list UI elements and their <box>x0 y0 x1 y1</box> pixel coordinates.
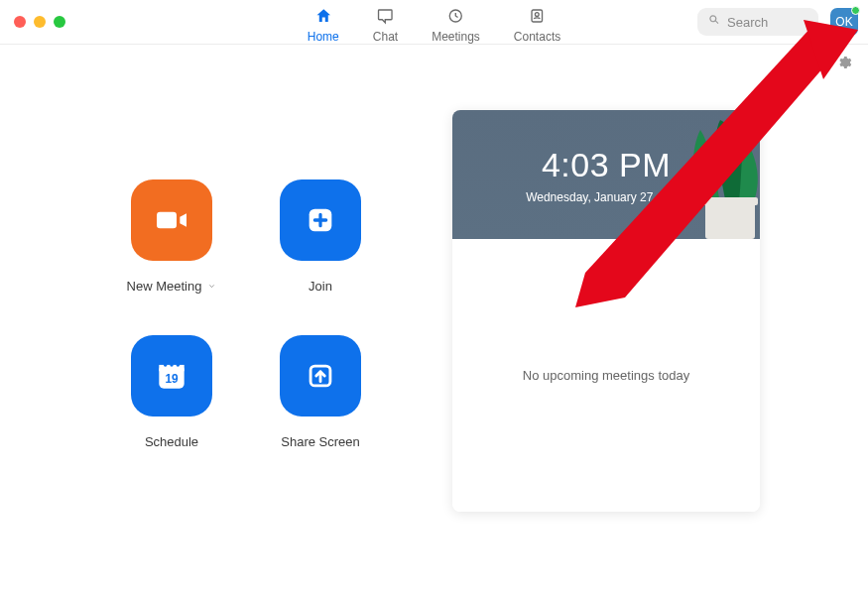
window-controls <box>14 16 65 28</box>
panel-hero: 4:03 PM Wednesday, January 27, 2021 <box>452 110 760 239</box>
no-meetings-message: No upcoming meetings today <box>523 368 689 383</box>
chat-icon <box>376 7 394 28</box>
actions-column: New Meeting Join 19 Schedule <box>48 110 444 512</box>
nav-tab-chat[interactable]: Chat <box>373 3 398 44</box>
svg-rect-3 <box>157 212 177 229</box>
contacts-icon <box>529 7 547 28</box>
nav-tab-home[interactable]: Home <box>308 3 339 44</box>
clock-icon <box>447 7 465 28</box>
new-meeting-button[interactable]: New Meeting <box>97 179 246 294</box>
nav-tab-contacts[interactable]: Contacts <box>514 3 560 44</box>
main-content: New Meeting Join 19 Schedule <box>0 80 868 512</box>
close-window-button[interactable] <box>14 16 26 28</box>
svg-point-7 <box>164 363 167 366</box>
profile-initials: OK <box>835 15 852 29</box>
chevron-down-icon[interactable] <box>207 279 216 294</box>
video-icon <box>131 179 212 261</box>
fullscreen-window-button[interactable] <box>54 16 65 28</box>
meetings-panel: 4:03 PM Wednesday, January 27, 2021 No u… <box>452 110 760 512</box>
search-icon <box>707 13 721 31</box>
svg-point-9 <box>177 363 180 366</box>
action-label: Join <box>309 279 332 294</box>
calendar-icon: 19 <box>131 335 212 416</box>
actions-grid: New Meeting Join 19 Schedule <box>48 179 444 449</box>
svg-point-8 <box>170 363 173 366</box>
topbar-right: OK <box>697 8 858 36</box>
panel-body: No upcoming meetings today <box>452 239 760 512</box>
share-screen-button[interactable]: Share Screen <box>246 335 395 449</box>
presence-indicator <box>851 6 860 15</box>
share-up-icon <box>280 335 361 416</box>
toolbar-row <box>0 45 868 80</box>
plus-icon <box>280 179 361 261</box>
search-box[interactable] <box>697 8 818 36</box>
profile-avatar[interactable]: OK <box>830 8 858 36</box>
svg-rect-12 <box>705 201 755 239</box>
action-label: Schedule <box>145 434 198 449</box>
join-button[interactable]: Join <box>246 179 395 294</box>
action-label: New Meeting <box>127 279 202 294</box>
svg-point-2 <box>536 13 540 17</box>
nav-tab-label: Home <box>308 30 339 44</box>
search-input[interactable] <box>727 15 808 30</box>
svg-rect-13 <box>702 197 758 205</box>
nav-tab-label: Contacts <box>514 30 560 44</box>
main-nav: Home Chat Meetings Contacts <box>308 0 560 44</box>
action-label-row: New Meeting <box>127 279 217 294</box>
minimize-window-button[interactable] <box>34 16 46 28</box>
action-label: Share Screen <box>281 434 360 449</box>
nav-tab-label: Chat <box>373 30 398 44</box>
nav-tab-label: Meetings <box>432 30 480 44</box>
home-icon <box>314 7 332 28</box>
nav-tab-meetings[interactable]: Meetings <box>432 3 480 44</box>
svg-text:19: 19 <box>165 372 179 386</box>
titlebar: Home Chat Meetings Contacts <box>0 0 868 45</box>
plant-decoration <box>651 110 760 239</box>
schedule-button[interactable]: 19 Schedule <box>97 335 246 449</box>
settings-button[interactable] <box>836 55 852 70</box>
